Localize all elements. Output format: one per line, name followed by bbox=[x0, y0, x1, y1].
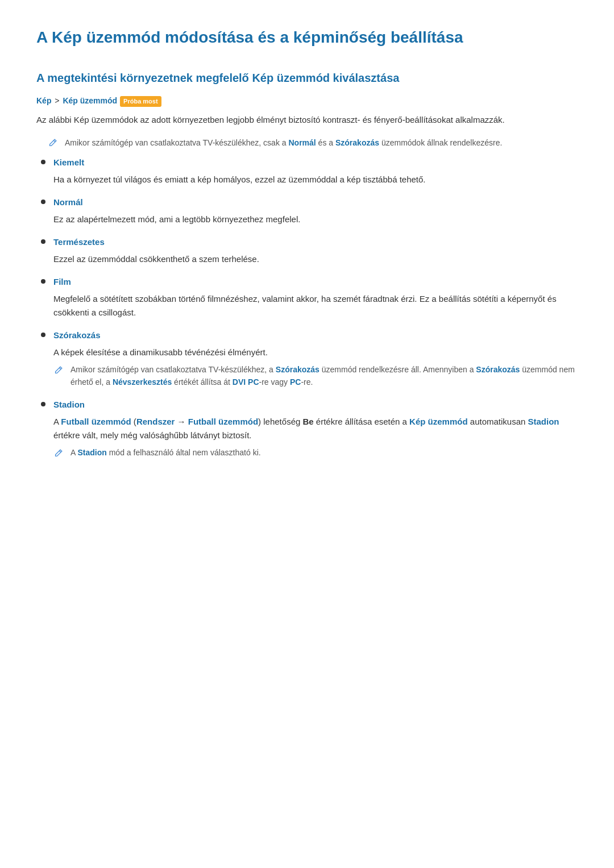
list-item-termeszetes: Természetes Ezzel az üzemmóddal csökkent… bbox=[36, 235, 578, 266]
mode-title-film: Film bbox=[53, 275, 71, 289]
bullet-dot bbox=[41, 279, 45, 284]
subnote-stadion: A Stadion mód a felhasználó által nem vá… bbox=[36, 447, 578, 459]
link-nevszerkesztes[interactable]: Névszerkesztés bbox=[113, 377, 172, 387]
link-stadion-2[interactable]: Stadion bbox=[77, 448, 106, 457]
pencil-icon-2 bbox=[53, 365, 65, 376]
link-stadion[interactable]: Stadion bbox=[528, 417, 559, 426]
modes-list: Kiemelt Ha a környezet túl világos és em… bbox=[36, 156, 578, 459]
link-futball-uzemmod[interactable]: Futball üzemmód bbox=[61, 417, 131, 426]
mode-desc-normal: Ez az alapértelmezett mód, ami a legtöbb… bbox=[36, 213, 578, 226]
mode-desc-film: Megfelelő a sötétített szobákban történő… bbox=[36, 292, 578, 319]
try-now-badge[interactable]: Próba most bbox=[120, 96, 161, 107]
link-kep-uzemmod[interactable]: Kép üzemmód bbox=[409, 417, 468, 426]
list-item-szorakozas: Szórakozás A képek élesítése a dinamikus… bbox=[36, 329, 578, 388]
page-title: A Kép üzemmód módosítása és a képminőség… bbox=[36, 27, 578, 48]
link-pc[interactable]: PC bbox=[290, 377, 301, 387]
intro-text: Az alábbi Kép üzemmódok az adott környez… bbox=[36, 113, 578, 127]
pencil-icon-3 bbox=[53, 448, 65, 459]
breadcrumb-kep-uzemmod[interactable]: Kép üzemmód bbox=[63, 96, 117, 105]
link-szorakozas-3[interactable]: Szórakozás bbox=[476, 365, 520, 374]
link-futball-uzemmod-2[interactable]: Futball üzemmód bbox=[188, 417, 258, 426]
mode-title-normal: Normál bbox=[53, 196, 83, 209]
link-szorakozas-1[interactable]: Szórakozás bbox=[335, 138, 379, 147]
mode-desc-kiemelt: Ha a környezet túl világos és emiatt a k… bbox=[36, 173, 578, 186]
breadcrumb-kep[interactable]: Kép bbox=[36, 96, 51, 105]
mode-title-stadion: Stadion bbox=[53, 398, 85, 412]
list-item-kiemelt: Kiemelt Ha a környezet túl világos és em… bbox=[36, 156, 578, 186]
bullet-dot bbox=[41, 333, 45, 337]
bullet-dot bbox=[41, 402, 45, 406]
list-item-stadion: Stadion A Futball üzemmód (Rendszer → Fu… bbox=[36, 398, 578, 459]
mode-desc-stadion: A Futball üzemmód (Rendszer → Futball üz… bbox=[36, 415, 578, 442]
list-item-film: Film Megfelelő a sötétített szobákban tö… bbox=[36, 275, 578, 319]
bullet-dot bbox=[41, 160, 45, 164]
bullet-dot bbox=[41, 200, 45, 204]
mode-title-kiemelt: Kiemelt bbox=[53, 156, 84, 169]
mode-title-termeszetes: Természetes bbox=[53, 235, 105, 249]
mode-desc-szorakozas: A képek élesítése a dinamikusabb tévénéz… bbox=[36, 346, 578, 359]
breadcrumb: Kép > Kép üzemmódPróba most bbox=[36, 94, 578, 107]
link-szorakozas-2[interactable]: Szórakozás bbox=[276, 365, 320, 374]
mode-desc-termeszetes: Ezzel az üzemmóddal csökkenthető a szem … bbox=[36, 252, 578, 266]
section-title: A megtekintési környezetnek megfelelő Ké… bbox=[36, 70, 578, 85]
note-computer: Amikor számítógép van csatlakoztatva TV-… bbox=[36, 137, 578, 149]
subnote-szorakozas: Amikor számítógép van csatlakoztatva TV-… bbox=[36, 364, 578, 388]
subnote-stadion-text: A Stadion mód a felhasználó által nem vá… bbox=[70, 447, 261, 459]
list-item-normal: Normál Ez az alapértelmezett mód, ami a … bbox=[36, 196, 578, 226]
subnote-szorakozas-text: Amikor számítógép van csatlakoztatva TV-… bbox=[70, 364, 578, 388]
link-dvi-pc[interactable]: DVI PC bbox=[233, 377, 259, 387]
note-computer-text: Amikor számítógép van csatlakoztatva TV-… bbox=[65, 137, 502, 149]
link-normal-1[interactable]: Normál bbox=[288, 138, 316, 147]
pencil-icon bbox=[48, 138, 59, 149]
link-rendszer[interactable]: Rendszer bbox=[136, 417, 175, 426]
mode-title-szorakozas: Szórakozás bbox=[53, 329, 101, 342]
breadcrumb-separator: > bbox=[52, 96, 61, 105]
bullet-dot bbox=[41, 239, 45, 244]
